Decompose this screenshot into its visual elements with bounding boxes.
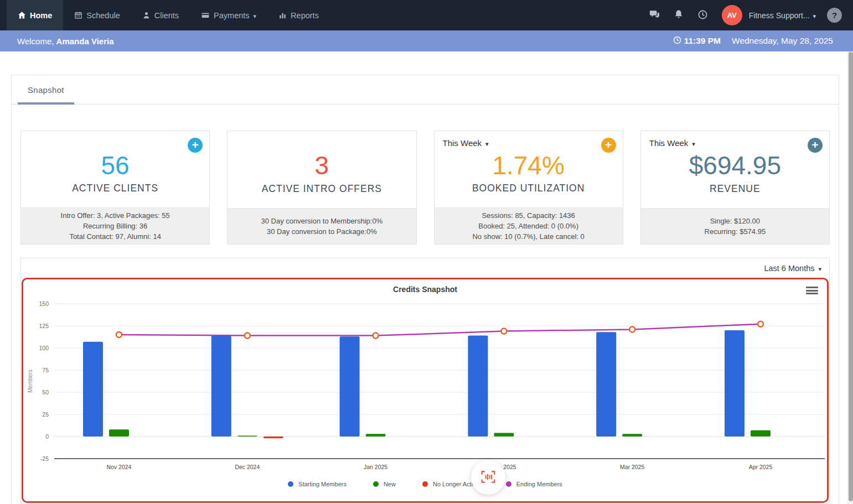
- svg-text:50: 50: [42, 389, 49, 396]
- chevron-down-icon: [692, 138, 695, 148]
- welcome-text: Welcome, Amanda Vieria: [17, 37, 114, 46]
- barcode-scan-icon: [479, 469, 497, 486]
- period-dropdown[interactable]: This Week: [649, 138, 695, 148]
- svg-text:0: 0: [45, 433, 49, 440]
- help-button[interactable]: [827, 8, 842, 23]
- detail-line: Booked: 25, Attended: 0 (0.0%): [439, 221, 618, 231]
- panel-header: Last 6 Months: [21, 258, 829, 278]
- legend-dot: [288, 481, 293, 487]
- nav-item-label: Home: [30, 11, 52, 20]
- detail-line: Intro Offer: 3, Active Packages: 55: [25, 210, 205, 221]
- user-menu-button[interactable]: Fitness Support...: [747, 11, 818, 20]
- svg-text:Members: Members: [27, 370, 33, 393]
- legend-item[interactable]: Starting Members: [288, 481, 347, 487]
- card-details: Single: $120.00 Recurring: $574.95: [641, 208, 829, 244]
- chevron-down-icon: [254, 11, 257, 20]
- active-clients-card: 56 ACTIVE CLIENTS Intro Offer: 3, Active…: [20, 131, 210, 245]
- nav-item-label: Schedule: [86, 11, 120, 20]
- svg-text:Dec 2024: Dec 2024: [235, 464, 260, 470]
- legend-item[interactable]: Ending Members: [506, 481, 562, 487]
- svg-text:75: 75: [42, 367, 49, 373]
- svg-text:100: 100: [39, 345, 49, 351]
- nav-item-home[interactable]: Home: [7, 0, 63, 30]
- svg-text:Jan 2025: Jan 2025: [364, 464, 387, 470]
- welcome-datetime: 11:39 PM Wednesday, May 28, 2025: [673, 36, 833, 46]
- detail-line: Sessions: 85, Capacity: 1436: [439, 210, 618, 221]
- chart-legend: Starting Members New No Longer Active En…: [23, 481, 827, 487]
- chat-icon: [649, 9, 660, 21]
- stat-value: 56: [101, 152, 130, 179]
- period-dropdown[interactable]: This Week: [443, 138, 489, 148]
- chevron-down-icon: [485, 138, 489, 148]
- card-details: 30 Day conversion to Membership:0% 30 Da…: [228, 208, 416, 244]
- detail-line: 30 Day conversion to Membership:0%: [232, 216, 411, 226]
- add-button[interactable]: [601, 138, 616, 153]
- credits-snapshot-panel: Last 6 Months Credits Snapshot -25025507…: [20, 258, 830, 504]
- chevron-down-icon: [813, 11, 816, 20]
- stat-label: REVENUE: [710, 183, 761, 195]
- svg-text:Apr 2025: Apr 2025: [749, 464, 773, 470]
- range-dropdown[interactable]: Last 6 Months: [756, 264, 829, 273]
- nav-item-payments[interactable]: Payments: [190, 0, 267, 30]
- tab-bar: Snapshot: [12, 75, 839, 105]
- legend-dot: [373, 481, 379, 487]
- welcome-greeting: Welcome,: [17, 37, 54, 46]
- home-icon: [18, 11, 26, 19]
- card-main: 56 ACTIVE CLIENTS: [21, 131, 209, 207]
- stat-value: $694.95: [689, 152, 781, 179]
- svg-text:125: 125: [39, 323, 49, 329]
- top-nav: Home Schedule Clients Payments Report: [0, 0, 853, 30]
- nav-item-reports[interactable]: Reports: [267, 0, 330, 30]
- credits-chart: -250255075100125150MembersNov 2024Dec 20…: [23, 295, 829, 477]
- dashboard-panel: Snapshot 56 ACTIVE CLIENTS Intro Offer: …: [11, 75, 839, 504]
- legend-item[interactable]: New: [373, 481, 396, 487]
- person-icon: [142, 11, 151, 19]
- vertical-scrollbar: [847, 51, 853, 504]
- stat-cards-row: 56 ACTIVE CLIENTS Intro Offer: 3, Active…: [20, 131, 830, 245]
- svg-text:150: 150: [39, 300, 49, 307]
- nav-item-schedule[interactable]: Schedule: [63, 0, 131, 30]
- hamburger-icon: [806, 287, 818, 288]
- stat-label: ACTIVE CLIENTS: [72, 183, 158, 194]
- booked-utilization-card: This Week 1.74% BOOKED UTILIZATION Sessi…: [434, 131, 623, 245]
- legend-item[interactable]: No Longer Active: [422, 481, 479, 487]
- nav-actions: AV Fitness Support...: [644, 0, 853, 30]
- credit-card-icon: [201, 11, 210, 19]
- stat-label: ACTIVE INTRO OFFERS: [262, 183, 382, 195]
- user-name: Fitness Support...: [749, 11, 810, 20]
- add-button[interactable]: [808, 138, 823, 153]
- detail-line: Total Contact: 97, Alumni: 14: [25, 231, 205, 242]
- legend-label: Starting Members: [298, 481, 347, 487]
- legend-label: New: [384, 481, 396, 487]
- barcode-scan-button[interactable]: [471, 460, 505, 495]
- nav-item-label: Clients: [154, 11, 179, 20]
- svg-text:Nov 2024: Nov 2024: [107, 464, 132, 470]
- stat-value: 3: [315, 152, 329, 179]
- nav-item-label: Reports: [291, 11, 319, 20]
- chart-title: Credits Snapshot: [23, 285, 827, 294]
- welcome-bar: Welcome, Amanda Vieria 11:39 PM Wednesda…: [0, 30, 853, 51]
- legend-dot: [506, 481, 511, 487]
- card-main: 3 ACTIVE INTRO OFFERS: [228, 131, 416, 208]
- detail-line: Single: $120.00: [645, 216, 825, 226]
- bar-chart-icon: [278, 11, 287, 19]
- nav-item-clients[interactable]: Clients: [131, 0, 190, 30]
- svg-text:Mar 2025: Mar 2025: [620, 464, 645, 470]
- recent-activity-button[interactable]: [693, 6, 713, 25]
- clock-icon: [697, 9, 708, 22]
- range-label: Last 6 Months: [764, 264, 814, 273]
- tab-snapshot[interactable]: Snapshot: [18, 75, 74, 104]
- nav-menu: Home Schedule Clients Payments Report: [7, 0, 330, 30]
- period-label: This Week: [443, 138, 482, 148]
- card-details: Intro Offer: 3, Active Packages: 55 Recu…: [21, 207, 209, 244]
- avatar[interactable]: AV: [722, 5, 742, 25]
- notifications-button[interactable]: [669, 6, 689, 25]
- svg-text:25: 25: [42, 411, 49, 418]
- current-date: Wednesday, May 28, 2025: [732, 36, 833, 46]
- scrollbar-thumb[interactable]: [849, 52, 853, 501]
- messages-button[interactable]: [644, 6, 664, 25]
- time-value: 11:39 PM: [684, 36, 721, 46]
- chart-menu-button[interactable]: [806, 287, 818, 294]
- current-time: 11:39 PM: [673, 36, 721, 46]
- detail-line: Recurring: $574.95: [645, 226, 825, 237]
